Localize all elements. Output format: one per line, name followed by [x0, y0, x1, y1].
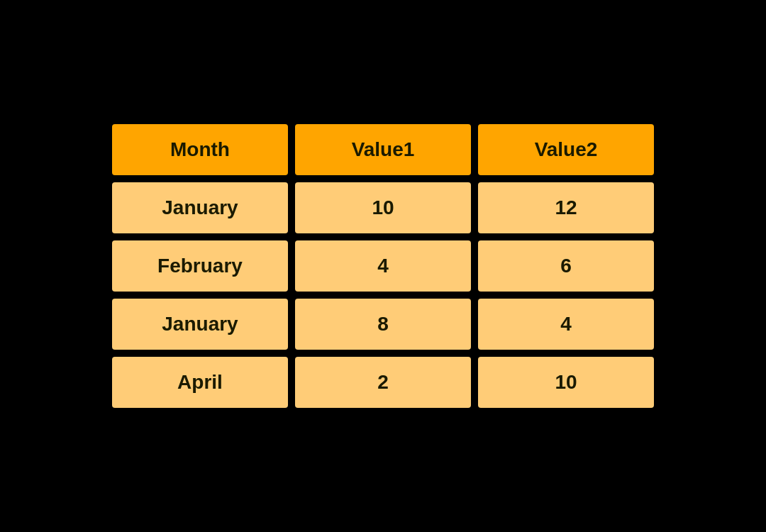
cell-value1-1: 10: [295, 182, 471, 233]
cell-value2-2: 6: [478, 240, 654, 292]
table-row: February 4 6: [112, 240, 654, 292]
cell-month-3: January: [112, 299, 288, 350]
header-row: Month Value1 Value2: [112, 124, 654, 175]
header-value2: Value2: [478, 124, 654, 175]
cell-month-2: February: [112, 240, 288, 292]
cell-month-4: April: [112, 357, 288, 408]
data-table: Month Value1 Value2 January 10 12 Februa…: [112, 124, 654, 408]
table-row: April 2 10: [112, 357, 654, 408]
header-month: Month: [112, 124, 288, 175]
cell-value1-2: 4: [295, 240, 471, 292]
cell-value2-3: 4: [478, 299, 654, 350]
cell-value1-3: 8: [295, 299, 471, 350]
cell-value2-1: 12: [478, 182, 654, 233]
cell-value2-4: 10: [478, 357, 654, 408]
cell-month-1: January: [112, 182, 288, 233]
table-row: January 8 4: [112, 299, 654, 350]
cell-value1-4: 2: [295, 357, 471, 408]
table-row: January 10 12: [112, 182, 654, 233]
header-value1: Value1: [295, 124, 471, 175]
